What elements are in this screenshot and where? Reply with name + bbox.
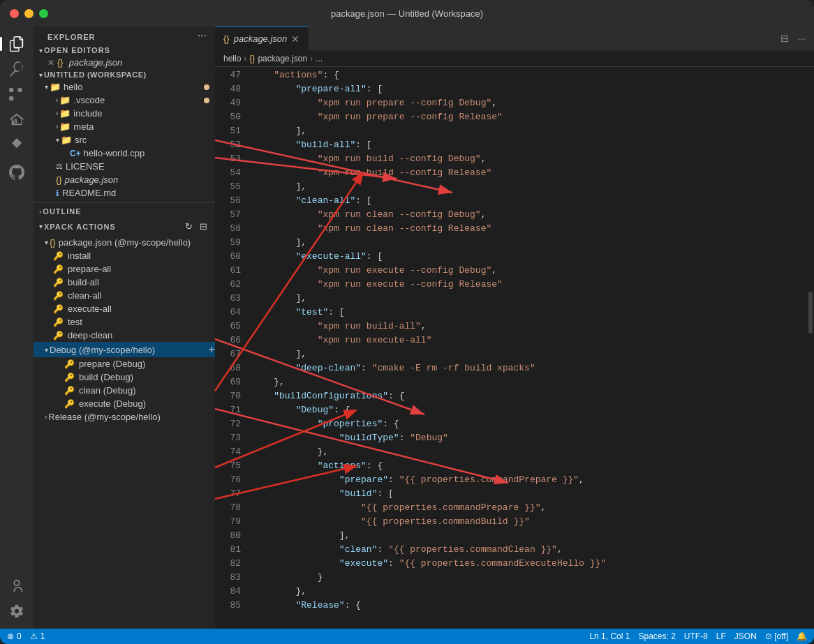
action-build-all[interactable]: 🔑 build-all [34,276,215,289]
status-errors[interactable]: ⊗ 0 [7,631,22,641]
refresh-icon[interactable]: ↻ [183,220,195,233]
file-cpp-label: hello-world.cpp [84,148,145,158]
key-icon: 🔑 [53,304,64,314]
breadcrumb-hello[interactable]: hello [223,54,241,63]
action-prepare-all-label: prepare-all [68,264,111,274]
window-title: package.json — Untitled (Workspace) [331,8,483,19]
breadcrumb-package-json[interactable]: package.json [258,54,307,63]
key-icon: 🔑 [53,317,64,327]
layout-icon[interactable]: ⊟ [198,220,209,233]
breadcrumb: hello › {} package.json › ... [215,51,814,67]
status-position[interactable]: Ln 1, Col 1 [589,631,630,641]
tab-bar: {} package.json ✕ ⊟ ··· [215,27,814,51]
file-package-json[interactable]: {} package.json [34,173,215,186]
debug-config-label: Debug (@my-scope/hello) [50,345,155,355]
breadcrumb-sep: › [244,54,246,63]
breadcrumb-ellipsis[interactable]: ... [316,54,323,63]
code-line-72: "properties": { [246,417,807,431]
explorer-title: EXPLORER [34,27,195,44]
action-execute-debug-label: execute (Debug) [79,398,146,409]
action-prepare-all[interactable]: 🔑 prepare-all [34,262,215,276]
action-build-debug[interactable]: 🔑 build (Debug) [34,370,215,384]
prettier-text: ⊙ [off] [765,631,788,641]
status-notifications[interactable]: 🔔 [797,631,807,641]
code-line-60: "execute-all": [ [246,250,807,264]
outline-toggle[interactable]: › OUTLINE [34,206,215,217]
action-deep-clean[interactable]: 🔑 deep-clean [34,329,215,342]
split-editor-icon[interactable]: ⊟ [778,30,792,47]
activity-github-icon[interactable] [5,160,29,184]
minimize-button[interactable] [24,9,34,18]
activity-run-icon[interactable] [5,107,29,131]
status-encoding[interactable]: UTF-8 [684,631,708,641]
code-line-65: "xpm run build-all", [246,320,807,334]
folder-meta[interactable]: › 📁 meta [34,120,215,133]
file-license[interactable]: ⚖ LICENSE [34,160,215,173]
vertical-scrollbar[interactable] [807,67,814,629]
key-icon: 🔑 [53,264,64,274]
activity-account-icon[interactable] [5,574,29,598]
error-icon: ⊗ [7,631,14,641]
open-editor-package-json[interactable]: ✕ {} package.json [34,56,215,69]
modified-dot [204,98,209,103]
action-clean-debug[interactable]: 🔑 clean (Debug) [34,384,215,397]
file-package-json-label: package.json [65,174,119,185]
xpack-toggle[interactable]: ▾ XPACK ACTIONS [34,221,183,232]
folder-hello[interactable]: ▾ 📁 hello [34,80,215,93]
debug-config-item[interactable]: ▾ Debug (@my-scope/hello) + [34,342,215,357]
bell-icon: 🔔 [797,631,807,641]
status-prettier[interactable]: ⊙ [off] [765,631,788,641]
folder-icon: 📁 [59,95,71,105]
key-icon: 🔑 [53,251,64,261]
scrollbar-thumb[interactable] [808,292,813,334]
file-hello-world-cpp[interactable]: C+ hello-world.cpp [34,147,215,160]
tab-package-json[interactable]: {} package.json ✕ [215,27,309,51]
explorer-header: EXPLORER ··· [34,27,215,45]
folder-src-label: src [75,135,87,145]
explorer-menu-icon[interactable]: ··· [195,27,209,45]
code-line-85: "Release": { [246,599,807,613]
activity-search-icon[interactable] [5,57,29,81]
folder-src[interactable]: ▾ 📁 src [34,133,215,147]
folder-icon: 📁 [61,135,72,145]
folder-include[interactable]: › 📁 include [34,107,215,120]
close-button[interactable] [10,9,19,18]
folder-vscode[interactable]: › 📁 .vscode [34,93,215,107]
xpack-action-icons: ↻ ⊟ [183,220,209,233]
status-bar-right: Ln 1, Col 1 Spaces: 2 UTF-8 LF JSON ⊙ [o… [589,631,807,641]
action-clean-all[interactable]: 🔑 clean-all [34,289,215,302]
code-editor[interactable]: 4748495051 5253545556 5758596061 6263646… [215,67,814,629]
chevron-down-icon: ▾ [45,239,48,246]
file-readme[interactable]: ℹ README.md [34,186,215,200]
action-install[interactable]: 🔑 install [34,249,215,262]
action-test-label: test [68,317,82,327]
xpack-root-item[interactable]: ▾ {} package.json (@my-scope/hello) [34,236,215,249]
close-icon[interactable]: ✕ [47,58,54,68]
tab-close-icon[interactable]: ✕ [291,33,299,45]
release-config-item[interactable]: › Release (@my-scope/hello) [34,410,215,424]
action-test[interactable]: 🔑 test [34,315,215,329]
activity-source-control-icon[interactable] [5,82,29,106]
code-line-63: ], [246,292,807,306]
activity-explorer-icon[interactable] [5,32,29,56]
action-prepare-debug[interactable]: 🔑 prepare (Debug) [34,357,215,370]
code-line-81: "clean": "{{ properties.commandClean }}"… [246,543,807,557]
activity-settings-icon[interactable] [5,599,29,623]
code-line-49: "xpm run prepare --config Debug", [246,96,807,110]
folder-icon: 📁 [59,108,71,119]
add-button[interactable]: + [209,343,215,356]
open-editors-toggle[interactable]: ▾ OPEN EDITORS [34,45,215,56]
tab-name: package.json [234,33,288,44]
workspace-toggle[interactable]: ▾ UNTITLED (WORKSPACE) [34,69,215,80]
activity-extensions-icon[interactable] [5,133,29,156]
action-execute-all[interactable]: 🔑 execute-all [34,302,215,315]
modified-dot [204,84,209,90]
more-actions-icon[interactable]: ··· [794,30,808,47]
status-spaces[interactable]: Spaces: 2 [638,631,675,641]
maximize-button[interactable] [39,9,48,18]
code-content[interactable]: "actions": { "prepare-all": [ "xpm run p… [246,67,807,629]
status-warnings[interactable]: ⚠ 1 [30,631,45,641]
status-eol[interactable]: LF [716,631,726,641]
status-language[interactable]: JSON [734,631,757,641]
action-execute-debug[interactable]: 🔑 execute (Debug) [34,397,215,410]
